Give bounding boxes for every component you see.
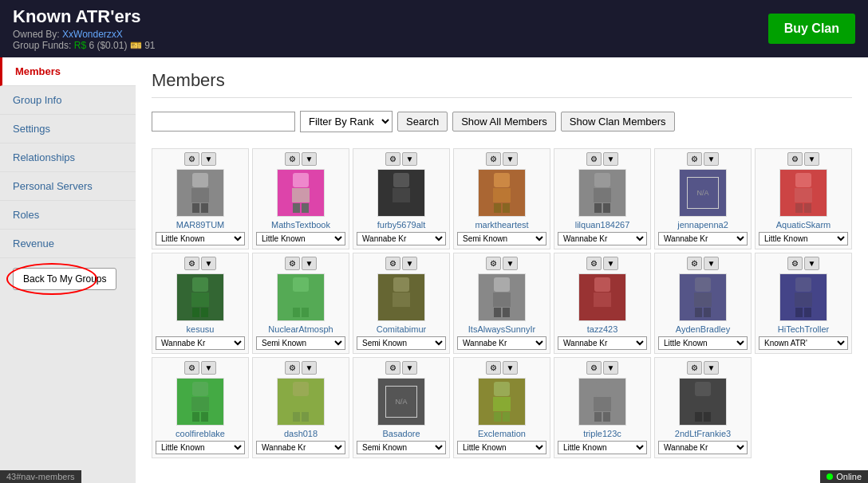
sidebar: Members Group Info Settings Relationship… [0,57,136,483]
member-name[interactable]: Comitabimur [377,324,426,334]
arrow-down-button[interactable]: ▼ [503,361,519,375]
search-button[interactable]: Search [397,112,448,132]
member-card: ⚙▼AquaticSkarmLittle KnownWannabe KrSemi… [755,148,852,249]
show-all-members-button[interactable]: Show All Members [452,112,556,132]
sidebar-item-personal-servers[interactable]: Personal Servers [0,172,136,201]
member-name[interactable]: NuclearAtmosph [268,324,333,334]
member-name[interactable]: MathsTextbook [271,220,330,230]
member-name[interactable]: ItsAlwaysSunnyIr [468,324,535,334]
sidebar-item-roles[interactable]: Roles [0,201,136,230]
gear-button[interactable]: ⚙ [486,361,501,375]
gear-button[interactable]: ⚙ [787,257,803,270]
rank-filter-select[interactable]: Filter By Rank Little Known Wannabe Kr S… [300,111,393,132]
arrow-down-button[interactable]: ▼ [603,361,619,375]
arrow-down-button[interactable]: ▼ [201,257,217,270]
arrow-down-button[interactable]: ▼ [503,257,519,270]
gear-button[interactable]: ⚙ [285,152,300,166]
gear-button[interactable]: ⚙ [385,361,400,375]
member-name[interactable]: MAR89TUM [176,220,225,230]
arrow-down-button[interactable]: ▼ [201,152,217,166]
arrow-down-button[interactable]: ▼ [804,257,820,270]
rank-select[interactable]: Little KnownWannabe KrSemi KnownKnown AT… [759,232,848,245]
gear-button[interactable]: ⚙ [385,152,400,166]
buy-clan-button[interactable]: Buy Clan [768,14,855,44]
gear-button[interactable]: ⚙ [184,257,199,270]
rank-select[interactable]: Little KnownWannabe KrSemi KnownKnown AT… [558,336,647,350]
sidebar-item-group-info[interactable]: Group Info [0,86,136,115]
gear-button[interactable]: ⚙ [285,361,300,375]
gear-button[interactable]: ⚙ [586,152,602,166]
member-name[interactable]: kesusu [187,324,215,334]
arrow-down-button[interactable]: ▼ [302,152,318,166]
avatar-figure [289,173,313,213]
sidebar-item-revenue[interactable]: Revenue [0,230,136,258]
rank-select[interactable]: Little KnownWannabe KrSemi KnownKnown AT… [457,232,546,245]
member-name[interactable]: AquaticSkarm [776,220,831,230]
gear-button[interactable]: ⚙ [687,361,702,375]
member-name[interactable]: HiTechTroller [778,324,829,334]
rank-select[interactable]: Little KnownWannabe KrSemi KnownKnown AT… [658,336,748,350]
arrow-down-button[interactable]: ▼ [704,257,720,270]
rank-select[interactable]: Little KnownWannabe KrSemi KnownKnown AT… [357,336,446,350]
owner-link[interactable]: XxWonderzxX [62,29,123,40]
rank-select[interactable]: Little KnownWannabe KrSemi KnownKnown AT… [658,441,748,454]
member-name[interactable]: coolfireblake [176,429,225,438]
rank-select[interactable]: Little KnownWannabe KrSemi KnownKnown AT… [156,441,245,454]
sidebar-item-members[interactable]: Members [0,57,136,86]
rank-select[interactable]: Little KnownWannabe KrSemi KnownKnown AT… [457,336,546,350]
back-to-groups-button[interactable]: Back To My Groups [13,268,116,290]
rank-select[interactable]: Little KnownWannabe KrSemi KnownKnown AT… [658,232,748,245]
red-circle-highlight: Back To My Groups [13,268,116,290]
rank-select[interactable]: Little KnownWannabe KrSemi KnownKnown AT… [357,232,446,245]
arrow-down-button[interactable]: ▼ [704,361,720,375]
gear-button[interactable]: ⚙ [486,152,501,166]
gear-button[interactable]: ⚙ [486,257,501,270]
arrow-down-button[interactable]: ▼ [603,257,619,270]
show-clan-members-button[interactable]: Show Clan Members [561,112,675,132]
arrow-down-button[interactable]: ▼ [503,152,519,166]
gear-button[interactable]: ⚙ [687,257,702,270]
rank-select[interactable]: Little KnownWannabe KrSemi KnownKnown AT… [256,232,345,245]
member-name[interactable]: Basadore [382,429,420,438]
gear-button[interactable]: ⚙ [787,152,803,166]
gear-button[interactable]: ⚙ [184,361,199,375]
rank-select[interactable]: Little KnownWannabe KrSemi KnownKnown AT… [256,441,345,454]
gear-button[interactable]: ⚙ [385,257,400,270]
member-name[interactable]: triple123c [583,429,621,438]
rank-select[interactable]: Little KnownWannabe KrSemi KnownKnown AT… [156,232,245,245]
arrow-down-button[interactable]: ▼ [201,361,217,375]
member-name[interactable]: jennapenna2 [677,220,728,230]
rank-select[interactable]: Little KnownWannabe KrSemi KnownKnown AT… [558,441,647,454]
rank-select[interactable]: Little KnownWannabe KrSemi KnownKnown AT… [256,336,345,350]
member-name[interactable]: dash018 [284,429,318,438]
member-name[interactable]: lilquan184267 [575,220,630,230]
member-name[interactable]: marktheartest [475,220,528,230]
rank-select[interactable]: Little KnownWannabe KrSemi KnownKnown AT… [357,441,446,454]
rank-select[interactable]: Little KnownWannabe KrSemi KnownKnown AT… [156,336,245,350]
gear-button[interactable]: ⚙ [586,257,602,270]
arrow-down-button[interactable]: ▼ [302,361,318,375]
member-name[interactable]: AydenBradley [676,324,730,334]
gear-button[interactable]: ⚙ [687,152,702,166]
rank-select[interactable]: Little KnownWannabe KrSemi KnownKnown AT… [759,336,848,350]
arrow-down-button[interactable]: ▼ [603,152,619,166]
search-input[interactable] [152,112,295,132]
arrow-down-button[interactable]: ▼ [402,361,418,375]
member-name[interactable]: 2ndLtFrankie3 [675,429,731,438]
arrow-down-button[interactable]: ▼ [804,152,820,166]
sidebar-item-relationships[interactable]: Relationships [0,143,136,172]
arrow-down-button[interactable]: ▼ [402,152,418,166]
member-card: ⚙▼ExclemationLittle KnownWannabe KrSemi … [453,357,550,458]
rank-select[interactable]: Little KnownWannabe KrSemi KnownKnown AT… [558,232,647,245]
member-name[interactable]: furby5679alt [377,220,426,230]
member-name[interactable]: Exclemation [478,429,526,438]
gear-button[interactable]: ⚙ [586,361,602,375]
arrow-down-button[interactable]: ▼ [704,152,720,166]
gear-button[interactable]: ⚙ [184,152,199,166]
arrow-down-button[interactable]: ▼ [402,257,418,270]
gear-button[interactable]: ⚙ [285,257,300,270]
rank-select[interactable]: Little KnownWannabe KrSemi KnownKnown AT… [457,441,546,454]
member-name[interactable]: tazz423 [587,324,618,334]
sidebar-item-settings[interactable]: Settings [0,115,136,143]
arrow-down-button[interactable]: ▼ [302,257,318,270]
